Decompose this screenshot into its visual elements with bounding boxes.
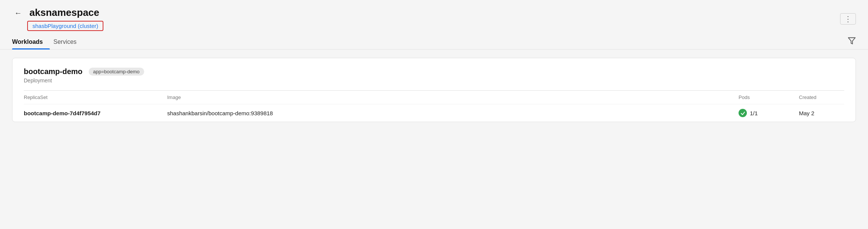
svg-marker-0 — [848, 38, 855, 44]
replicaset-table: ReplicaSet Image Pods Created bootcamp-d… — [24, 90, 844, 122]
replicaset-name: bootcamp-demo-7d4f7954d7 — [24, 104, 167, 122]
page-title: aksnamespace — [29, 7, 99, 19]
col-header-pods: Pods — [739, 91, 799, 104]
col-header-replicaset: ReplicaSet — [24, 91, 167, 104]
pods-count: 1/1 — [750, 110, 758, 116]
more-button[interactable]: ⋮ — [840, 13, 856, 25]
title-section: ← aksnamespace shasbPlayground (cluster) — [12, 7, 103, 31]
pods-value: 1/1 — [739, 104, 799, 122]
status-icon — [739, 109, 747, 117]
top-right: ⋮ — [840, 13, 856, 25]
tab-services[interactable]: Services — [54, 35, 83, 49]
created-value: May 2 — [799, 104, 844, 122]
deployment-name: bootcamp-demo — [24, 67, 83, 76]
tabs-row: Workloads Services — [0, 35, 868, 50]
tab-workloads[interactable]: Workloads — [12, 35, 50, 49]
deployment-type: Deployment — [24, 77, 844, 84]
col-header-image: Image — [167, 91, 739, 104]
back-button[interactable]: ← — [12, 8, 24, 17]
image-value: shashankbarsin/bootcamp-demo:9389818 — [167, 104, 739, 122]
tabs: Workloads Services — [12, 35, 87, 49]
filter-icon — [848, 37, 856, 45]
table-header-row: ReplicaSet Image Pods Created — [24, 91, 844, 104]
deployment-card: bootcamp-demo app=bootcamp-demo Deployme… — [12, 58, 856, 122]
filter-button[interactable] — [848, 37, 856, 47]
table-row: bootcamp-demo-7d4f7954d7 shashankbarsin/… — [24, 104, 844, 122]
check-icon — [740, 111, 745, 116]
title-row: ← aksnamespace — [12, 7, 103, 19]
col-header-created: Created — [799, 91, 844, 104]
card-header: bootcamp-demo app=bootcamp-demo — [24, 67, 844, 76]
top-bar: ← aksnamespace shasbPlayground (cluster)… — [0, 0, 868, 31]
label-badge: app=bootcamp-demo — [89, 68, 144, 76]
main-content: bootcamp-demo app=bootcamp-demo Deployme… — [0, 50, 868, 136]
cluster-badge[interactable]: shasbPlayground (cluster) — [27, 21, 103, 31]
